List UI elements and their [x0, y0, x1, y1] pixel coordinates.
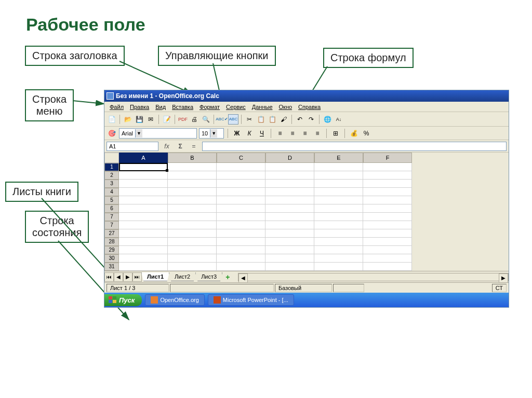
- add-sheet-icon[interactable]: +: [222, 273, 233, 281]
- column-header[interactable]: E: [314, 153, 363, 163]
- align-right-icon[interactable]: ≡: [300, 128, 310, 139]
- copy-icon[interactable]: 📋: [256, 114, 266, 125]
- status-right: СТ: [492, 284, 507, 292]
- status-mode: Базовый: [275, 284, 332, 292]
- row-header[interactable]: 4: [104, 188, 119, 196]
- formatting-toolbar: 🎯 Arial ▼ 10 ▼ Ж К Ч ≡ ≡ ≡ ≡ ⊞ 💰 %: [104, 127, 509, 140]
- new-doc-icon[interactable]: 📄: [107, 114, 117, 125]
- menu-file[interactable]: Файл: [107, 104, 127, 110]
- export-pdf-icon[interactable]: PDF: [178, 114, 188, 125]
- sort-icon[interactable]: A↓: [334, 114, 344, 125]
- percent-icon[interactable]: %: [361, 128, 371, 139]
- callout-control-buttons: Управляющие кнопки: [158, 46, 276, 66]
- align-justify-icon[interactable]: ≡: [312, 128, 323, 139]
- bold-button[interactable]: Ж: [232, 128, 242, 139]
- row-header[interactable]: 31: [104, 263, 119, 271]
- callout-menu-row: Строка меню: [25, 89, 74, 121]
- sum-icon[interactable]: Σ: [175, 141, 185, 152]
- title-bar[interactable]: Без имени 1 - OpenOffice.org Calc: [104, 90, 509, 102]
- underline-button[interactable]: Ч: [257, 128, 267, 139]
- column-header[interactable]: A: [119, 153, 168, 163]
- status-sheet-info: Лист 1 / 3: [107, 284, 169, 292]
- edit-icon[interactable]: 📝: [162, 114, 172, 125]
- powerpoint-icon: [214, 296, 221, 304]
- redo-icon[interactable]: ↷: [306, 114, 316, 125]
- autospell-icon[interactable]: ABC: [228, 114, 238, 125]
- slide-title: Рабочее поле: [26, 15, 145, 35]
- row-header[interactable]: 5: [104, 196, 119, 204]
- menu-edit[interactable]: Правка: [127, 104, 152, 110]
- tab-prev-icon[interactable]: ◀: [114, 272, 123, 282]
- format-paintbrush-icon[interactable]: 🖌: [278, 114, 289, 125]
- menu-help[interactable]: Справка: [295, 104, 324, 110]
- callout-formula-row: Строка формул: [323, 48, 414, 68]
- function-wizard-icon[interactable]: fx: [162, 141, 172, 152]
- italic-button[interactable]: К: [244, 128, 255, 139]
- cell-grid[interactable]: [119, 163, 509, 271]
- scroll-right-icon[interactable]: ▶: [499, 273, 508, 283]
- callout-title-row: Строка заголовка: [25, 46, 125, 66]
- spellcheck-icon[interactable]: ABC✔: [217, 114, 227, 125]
- row-header[interactable]: 1: [104, 163, 119, 171]
- formula-input[interactable]: [202, 142, 507, 151]
- taskbar-app-openoffice[interactable]: OpenOffice.org: [145, 294, 204, 306]
- openoffice-icon: [151, 296, 158, 304]
- menu-data[interactable]: Данные: [249, 104, 276, 110]
- tab-next-icon[interactable]: ▶: [123, 272, 132, 282]
- open-icon[interactable]: 📂: [123, 114, 133, 125]
- standard-toolbar: 📄 📂 💾 ✉ 📝 PDF 🖨 🔍 ABC✔ ABC ✂ 📋 📋 🖌 ↶ ↷ 🌐…: [104, 112, 509, 127]
- menu-bar[interactable]: Файл Правка Вид Вставка Формат Сервис Да…: [104, 102, 509, 112]
- cut-icon[interactable]: ✂: [244, 114, 255, 125]
- column-header[interactable]: F: [363, 153, 412, 163]
- tab-last-icon[interactable]: ⏭: [132, 272, 142, 282]
- menu-tools[interactable]: Сервис: [223, 104, 249, 110]
- scroll-left-icon[interactable]: ◀: [238, 273, 248, 283]
- sheet-tab[interactable]: Лист1: [141, 272, 169, 281]
- merge-cells-icon[interactable]: ⊞: [330, 128, 341, 139]
- row-header[interactable]: 2: [104, 171, 119, 180]
- menu-format[interactable]: Формат: [196, 104, 223, 110]
- tab-first-icon[interactable]: ⏮: [104, 272, 114, 282]
- sheet-tab[interactable]: Лист3: [195, 272, 222, 281]
- print-icon[interactable]: 🖨: [189, 114, 200, 125]
- print-preview-icon[interactable]: 🔍: [201, 114, 211, 125]
- taskbar-app-powerpoint[interactable]: Microsoft PowerPoint - [...: [208, 294, 294, 306]
- menu-view[interactable]: Вид: [152, 104, 169, 110]
- callout-status-row: Строка состояния: [25, 211, 89, 243]
- column-header[interactable]: D: [265, 153, 314, 163]
- row-header[interactable]: 29: [104, 246, 119, 254]
- row-header[interactable]: 7: [104, 213, 119, 221]
- start-button[interactable]: Пуск: [104, 294, 142, 306]
- align-center-icon[interactable]: ≡: [287, 128, 298, 139]
- email-icon[interactable]: ✉: [145, 114, 156, 125]
- hyperlink-icon[interactable]: 🌐: [322, 114, 332, 125]
- name-box[interactable]: A1: [107, 142, 158, 151]
- save-icon[interactable]: 💾: [134, 114, 144, 125]
- row-header[interactable]: 28: [104, 238, 119, 246]
- styles-icon[interactable]: 🎯: [107, 128, 117, 139]
- sheet-tab[interactable]: Лист2: [169, 272, 196, 281]
- row-header[interactable]: 27: [104, 229, 119, 238]
- menu-insert[interactable]: Вставка: [169, 104, 196, 110]
- row-header[interactable]: 7: [104, 221, 119, 229]
- font-size-combo[interactable]: 10 ▼: [199, 128, 224, 139]
- row-header[interactable]: 6: [104, 204, 119, 213]
- formula-bar: A1 fx Σ =: [104, 140, 509, 153]
- chevron-down-icon[interactable]: ▼: [135, 129, 142, 138]
- row-header[interactable]: 30: [104, 254, 119, 263]
- font-name-combo[interactable]: Arial ▼: [119, 128, 197, 139]
- paste-icon[interactable]: 📋: [267, 114, 277, 125]
- currency-icon[interactable]: 💰: [349, 128, 359, 139]
- undo-icon[interactable]: ↶: [295, 114, 305, 125]
- select-all-corner[interactable]: [104, 153, 119, 163]
- menu-window[interactable]: Окно: [276, 104, 296, 110]
- align-left-icon[interactable]: ≡: [275, 128, 285, 139]
- chevron-down-icon[interactable]: ▼: [210, 129, 217, 138]
- column-header[interactable]: C: [217, 153, 265, 163]
- column-header[interactable]: B: [168, 153, 217, 163]
- status-empty: [170, 284, 274, 292]
- horizontal-scrollbar[interactable]: ◀ ▶: [238, 273, 509, 281]
- status-bar: Лист 1 / 3 Базовый СТ: [104, 282, 509, 293]
- equals-icon[interactable]: =: [189, 141, 199, 152]
- row-header[interactable]: 3: [104, 180, 119, 188]
